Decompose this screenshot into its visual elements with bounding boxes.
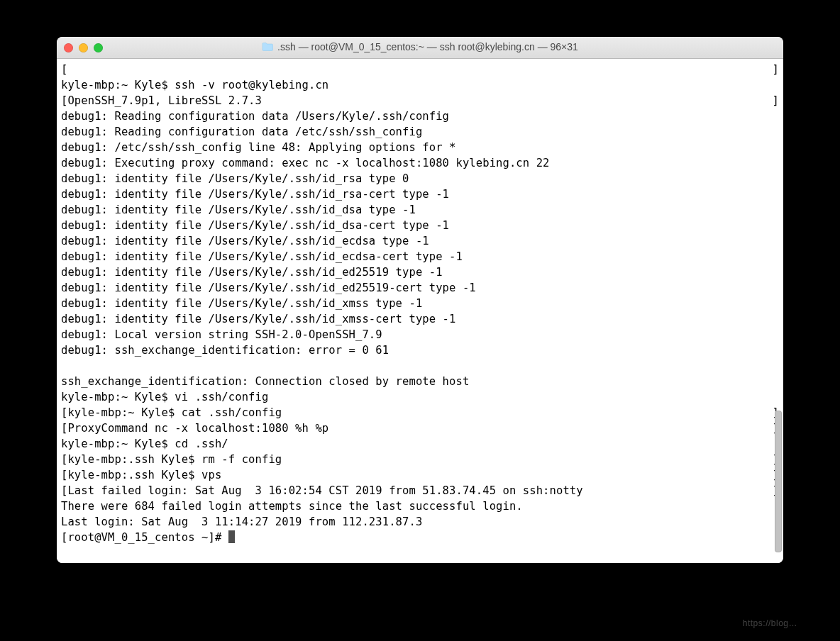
window-title: .ssh — root@VM_0_15_centos:~ — ssh root@… [277,41,578,52]
traffic-lights [64,43,103,52]
terminal-window: .ssh — root@VM_0_15_centos:~ — ssh root@… [57,37,783,563]
terminal-line: There were 684 failed login attempts sin… [61,498,779,514]
zoom-icon[interactable] [94,43,103,52]
terminal-line: debug1: identity file /Users/Kyle/.ssh/i… [61,311,779,327]
terminal-line: debug1: Local version string SSH-2.0-Ope… [61,327,779,342]
terminal-line: debug1: identity file /Users/Kyle/.ssh/i… [61,218,779,233]
terminal-line: debug1: Executing proxy command: exec nc… [61,155,779,171]
scrollbar-track[interactable] [772,59,783,563]
terminal-line: debug1: Reading configuration data /User… [61,108,779,124]
terminal-prompt[interactable]: [root@VM_0_15_centos ~]# [61,530,779,545]
terminal-line: debug1: ssh_exchange_identification: err… [61,342,779,358]
terminal-line: debug1: identity file /Users/Kyle/.ssh/i… [61,296,779,311]
terminal-line: [OpenSSH_7.9p1, LibreSSL 2.7.3] [61,93,779,108]
terminal-line: debug1: identity file /Users/Kyle/.ssh/i… [61,249,779,264]
terminal-line: kyle-mbp:~ Kyle$ cd .ssh/ [61,436,779,452]
terminal-line: debug1: Reading configuration data /etc/… [61,124,779,140]
terminal-line: debug1: identity file /Users/Kyle/.ssh/i… [61,186,779,202]
close-icon[interactable] [64,43,73,52]
terminal-line: [ProxyCommand nc -x localhost:1080 %h %p… [61,420,779,436]
terminal-line: ssh_exchange_identification: Connection … [61,374,779,389]
cursor-icon [228,530,235,543]
minimize-icon[interactable] [79,43,88,52]
window-titlebar[interactable]: .ssh — root@VM_0_15_centos:~ — ssh root@… [57,37,783,59]
terminal-line: [Last failed login: Sat Aug 3 16:02:54 C… [61,483,779,498]
watermark-text: https://blog… [743,618,797,628]
terminal-line: [kyle-mbp:.ssh Kyle$ rm -f config] [61,452,779,467]
terminal-line: debug1: /etc/ssh/ssh_config line 48: App… [61,140,779,155]
scrollbar-thumb[interactable] [775,411,782,552]
terminal-line: debug1: identity file /Users/Kyle/.ssh/i… [61,202,779,218]
terminal-line: kyle-mbp:~ Kyle$ vi .ssh/config [61,389,779,405]
window-title-container: .ssh — root@VM_0_15_centos:~ — ssh root@… [57,41,783,54]
terminal-line: Last login: Sat Aug 3 11:14:27 2019 from… [61,514,779,530]
prompt-text: [root@VM_0_15_centos ~]# [61,531,228,544]
terminal-line: debug1: identity file /Users/Kyle/.ssh/i… [61,280,779,296]
terminal-line: [kyle-mbp:.ssh Kyle$ vps] [61,467,779,483]
terminal-output: []kyle-mbp:~ Kyle$ ssh -v root@kylebing.… [61,62,779,545]
folder-icon [262,43,273,51]
terminal-line: debug1: identity file /Users/Kyle/.ssh/i… [61,233,779,249]
terminal-line: debug1: identity file /Users/Kyle/.ssh/i… [61,171,779,186]
terminal-line: kyle-mbp:~ Kyle$ ssh -v root@kylebing.cn [61,77,779,93]
terminal-line: [] [61,62,779,77]
terminal-line: debug1: identity file /Users/Kyle/.ssh/i… [61,264,779,280]
terminal-line: [kyle-mbp:~ Kyle$ cat .ssh/config] [61,405,779,420]
terminal-body[interactable]: []kyle-mbp:~ Kyle$ ssh -v root@kylebing.… [57,59,783,563]
terminal-line [61,358,779,374]
